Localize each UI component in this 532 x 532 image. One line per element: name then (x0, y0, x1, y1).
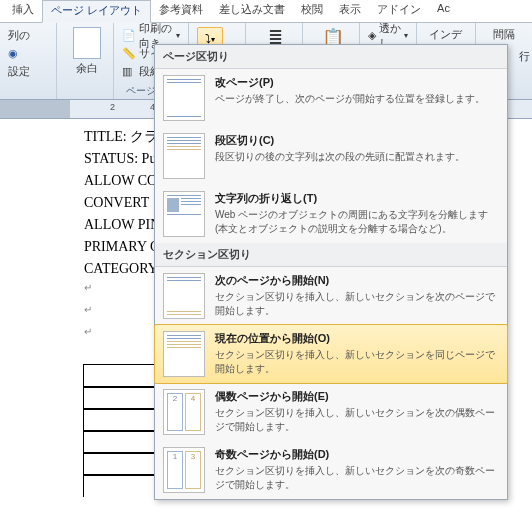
menu-item-title: 次のページから開始(N) (215, 273, 499, 288)
tab-insert[interactable]: 挿入 (4, 0, 42, 22)
menu-section-section-breaks: セクション区切り (155, 243, 507, 267)
size-icon: 📏 (122, 47, 136, 61)
partial-item[interactable]: 列の (8, 27, 48, 44)
tab-addins[interactable]: アドイン (369, 0, 429, 22)
partial-item[interactable]: 設定 (8, 63, 48, 80)
menu-item-title: 改ページ(P) (215, 75, 499, 90)
menu-item-desc: 段区切りの後の文字列は次の段の先頭に配置されます。 (215, 150, 499, 164)
next-page-icon (163, 273, 205, 319)
menu-item-even-page[interactable]: 24 偶数ページから開始(E)セクション区切りを挿入し、新しいセクションを次の偶… (155, 383, 507, 441)
menu-item-text-wrapping[interactable]: 文字列の折り返し(T)Web ページのオブジェクトの周囲にある文字列を分離します… (155, 185, 507, 243)
menu-item-desc: ページが終了し、次のページが開始する位置を登録します。 (215, 92, 499, 106)
page-break-icon (163, 75, 205, 121)
watermark-button[interactable]: ◈透かし▾ (368, 27, 408, 44)
wrap-icon (163, 191, 205, 237)
columns-icon: ▥ (122, 65, 136, 79)
menu-item-column-break[interactable]: 段区切り(C)段区切りの後の文字列は次の段の先頭に配置されます。 (155, 127, 507, 185)
tab-page-layout[interactable]: ページ レイアウト (42, 0, 151, 23)
menu-item-continuous[interactable]: 現在の位置から開始(O)セクション区切りを挿入し、新しいセクションを同じページで… (154, 324, 508, 384)
menu-item-title: 段区切り(C) (215, 133, 499, 148)
menu-item-desc: セクション区切りを挿入し、新しいセクションを同じページで開始します。 (215, 348, 499, 376)
menu-item-next-page[interactable]: 次のページから開始(N)セクション区切りを挿入し、新しいセクションを次のページで… (155, 267, 507, 325)
partial-item[interactable]: ◉ (8, 45, 48, 62)
even-page-icon: 24 (163, 389, 205, 435)
margins-button[interactable]: 余白 (65, 27, 109, 76)
orientation-icon: 📄 (122, 29, 136, 43)
menu-item-title: 奇数ページから開始(D) (215, 447, 499, 462)
tab-references[interactable]: 参考資料 (151, 0, 211, 22)
margins-label: 余白 (76, 61, 98, 76)
menu-item-desc: セクション区切りを挿入し、新しいセクションを次の奇数ページで開始します。 (215, 464, 499, 492)
tab-view[interactable]: 表示 (331, 0, 369, 22)
ribbon-tabs: 挿入 ページ レイアウト 参考資料 差し込み文書 校閲 表示 アドイン Ac (0, 0, 532, 23)
odd-page-icon: 13 (163, 447, 205, 493)
spacing-label: 間隔 (484, 27, 524, 42)
tab-acrobat[interactable]: Ac (429, 0, 458, 22)
tab-mailings[interactable]: 差し込み文書 (211, 0, 293, 22)
menu-section-page-breaks: ページ区切り (155, 45, 507, 69)
row-label: 行 (519, 49, 530, 64)
breaks-dropdown: ページ区切り 改ページ(P)ページが終了し、次のページが開始する位置を登録します… (154, 44, 508, 497)
menu-item-odd-page[interactable]: 13 奇数ページから開始(D)セクション区切りを挿入し、新しいセクションを次の奇… (155, 441, 507, 497)
menu-item-page-break[interactable]: 改ページ(P)ページが終了し、次のページが開始する位置を登録します。 (155, 69, 507, 127)
menu-item-title: 現在の位置から開始(O) (215, 331, 499, 346)
margins-icon (73, 27, 101, 59)
tab-review[interactable]: 校閲 (293, 0, 331, 22)
menu-item-title: 偶数ページから開始(E) (215, 389, 499, 404)
orientation-button[interactable]: 📄印刷の向き▾ (122, 27, 180, 44)
ruler-mark: 2 (110, 102, 115, 112)
menu-item-title: 文字列の折り返し(T) (215, 191, 499, 206)
menu-item-desc: Web ページのオブジェクトの周囲にある文字列を分離します (本文とオブジェクト… (215, 208, 499, 236)
continuous-icon (163, 331, 205, 377)
watermark-icon: ◈ (368, 29, 376, 42)
menu-item-desc: セクション区切りを挿入し、新しいセクションを次の偶数ページで開始します。 (215, 406, 499, 434)
column-break-icon (163, 133, 205, 179)
menu-item-desc: セクション区切りを挿入し、新しいセクションを次のページで開始します。 (215, 290, 499, 318)
